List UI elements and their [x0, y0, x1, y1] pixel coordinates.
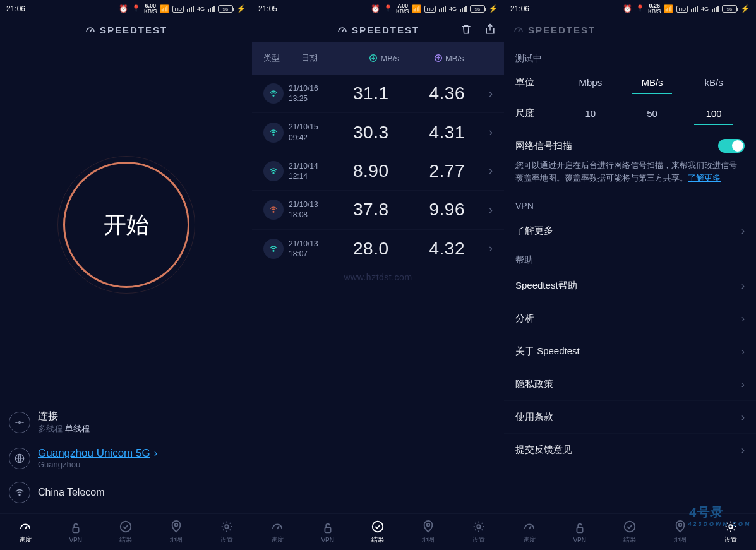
tab-map[interactable]: 地图 [151, 520, 201, 544]
hdr-download: MB/s [352, 54, 417, 63]
tab-label: 设置 [220, 535, 233, 544]
result-date: 21/10/1318:08 [289, 200, 333, 220]
learn-more-link[interactable]: 了解更多 [688, 173, 721, 182]
status-bar: 21:06 ⏰ 📍 6.00KB/S 📶 HD 4G 96 ⚡ [0, 0, 252, 18]
wifi-icon: 📶 [664, 4, 673, 13]
help-row[interactable]: 分析› [504, 302, 756, 335]
tab-label: VPN [573, 537, 586, 544]
hdr-type: 类型 [263, 52, 301, 64]
signal-icon [187, 6, 194, 12]
gauge-icon [85, 24, 96, 35]
signal-icon-2 [208, 6, 215, 12]
net-speed: 0.26KB/S [648, 3, 661, 15]
unit-opt-mb/s[interactable]: MB/s [621, 72, 683, 93]
tab-label: 地图 [674, 535, 687, 544]
tab-label: 速度 [523, 535, 536, 544]
gauge-icon [513, 24, 524, 35]
svg-point-17 [477, 525, 481, 529]
connection-row[interactable]: 连接 多线程 单线程 [9, 404, 243, 441]
unit-row: 單位 MbpsMB/skB/s [504, 68, 756, 99]
result-row[interactable]: 21/10/1318:0837.89.96› [252, 191, 504, 229]
section-testing: 测试中 [504, 45, 756, 68]
vpn-more-row[interactable]: 了解更多 › [504, 215, 756, 247]
battery-icon: 96 [470, 5, 485, 13]
pane-results: 21:05 ⏰ 📍 7.00KB/S 📶 HD 4G 96 ⚡ SPEEDTES… [252, 0, 504, 550]
result-download: 37.8 [333, 200, 409, 220]
scale-opt-50[interactable]: 50 [621, 103, 683, 124]
result-row[interactable]: 21/10/1509:4230.34.31› [252, 113, 504, 152]
help-label: 使用条款 [515, 411, 553, 423]
go-button[interactable]: 开始 [63, 162, 189, 288]
trash-icon[interactable] [460, 23, 472, 37]
result-row[interactable]: 21/10/1318:0728.04.32› [252, 230, 504, 268]
help-label: 隐私政策 [515, 378, 553, 390]
server-city: Guangzhou [38, 460, 157, 469]
tab-speed[interactable]: 速度 [252, 520, 303, 544]
svg-point-11 [273, 172, 274, 174]
help-label: 关于 Speedtest [515, 345, 580, 357]
result-row[interactable]: 21/10/1412:148.902.77› [252, 152, 504, 191]
svg-point-5 [175, 523, 178, 527]
help-row[interactable]: 关于 Speedtest› [504, 335, 756, 368]
chevron-right-icon: › [154, 448, 157, 458]
tab-map[interactable]: 地图 [403, 520, 453, 544]
connection-multi: 多线程 [38, 424, 63, 433]
tab-label: 地图 [422, 535, 435, 544]
svg-point-16 [427, 523, 430, 527]
svg-point-4 [121, 522, 131, 532]
section-help: 帮助 [504, 247, 756, 270]
chevron-right-icon: › [485, 164, 493, 177]
info-list: 连接 多线程 单线程 Guangzhou Unicom 5G› Guangzho… [0, 404, 252, 513]
results-header: 类型 日期 MB/s MB/s [252, 42, 504, 75]
scan-toggle[interactable] [718, 139, 745, 153]
hdr-date: 日期 [301, 52, 352, 64]
signal-icon [439, 6, 446, 12]
tab-speed[interactable]: 速度 [504, 520, 555, 544]
section-vpn: VPN [504, 193, 756, 215]
chevron-right-icon: › [485, 203, 493, 217]
carrier-row[interactable]: China Telecom [9, 475, 243, 510]
tab-results[interactable]: 结果 [101, 520, 152, 544]
scale-opt-100[interactable]: 100 [683, 103, 745, 124]
tab-vpn[interactable]: VPN [303, 521, 353, 544]
site-watermark: 4号录423DOWN.COM [688, 504, 753, 527]
tab-label: 结果 [623, 535, 636, 544]
help-row[interactable]: 隐私政策› [504, 368, 756, 400]
tab-settings[interactable]: 设置 [201, 520, 252, 544]
unit-label: 單位 [515, 76, 560, 88]
tab-settings[interactable]: 设置 [453, 520, 504, 544]
share-icon[interactable] [484, 23, 496, 37]
tab-label: 速度 [19, 535, 32, 544]
tab-speed[interactable]: 速度 [0, 520, 51, 544]
help-row[interactable]: 提交反馈意见› [504, 434, 756, 466]
signal-icon-2 [460, 6, 467, 12]
location-icon: 📍 [383, 4, 393, 13]
tab-results[interactable]: 结果 [353, 520, 404, 544]
net-speed: 7.00KB/S [396, 3, 409, 15]
scan-label: 网络信号扫描 [515, 140, 572, 152]
wifi-icon [263, 83, 284, 104]
server-row[interactable]: Guangzhou Unicom 5G› Guangzhou [9, 441, 243, 475]
tab-bar: 速度VPN结果地图设置 [252, 513, 504, 550]
scan-desc: 您可以通过开启在后台进行网络信号扫描，来帮我们改进信号覆盖率地图。覆盖率数据可能… [504, 157, 756, 193]
app-title: SPEEDTEST [100, 25, 167, 35]
help-row[interactable]: Speedtest帮助› [504, 270, 756, 302]
result-row[interactable]: 21/10/1613:2531.14.36› [252, 75, 504, 113]
unit-opt-mbps[interactable]: Mbps [560, 72, 621, 93]
connection-label: 连接 [38, 410, 90, 423]
carrier-name: China Telecom [38, 487, 105, 498]
tab-vpn[interactable]: VPN [555, 521, 605, 544]
tab-vpn[interactable]: VPN [51, 521, 101, 544]
scale-opt-10[interactable]: 10 [560, 103, 621, 124]
wifi-icon [263, 123, 284, 143]
chevron-right-icon: › [741, 313, 745, 325]
help-row[interactable]: 使用条款› [504, 401, 756, 433]
globe-icon [9, 448, 30, 469]
unit-opt-kb/s[interactable]: kB/s [683, 72, 745, 93]
tab-results[interactable]: 结果 [605, 520, 656, 544]
chevron-right-icon: › [741, 412, 745, 423]
tab-label: 结果 [119, 535, 132, 544]
chevron-right-icon: › [741, 346, 745, 357]
speed-canvas: 开始 连接 多线程 单线程 Guangzhou Unicom 5G› Guang… [0, 42, 252, 513]
app-title: SPEEDTEST [352, 25, 419, 35]
